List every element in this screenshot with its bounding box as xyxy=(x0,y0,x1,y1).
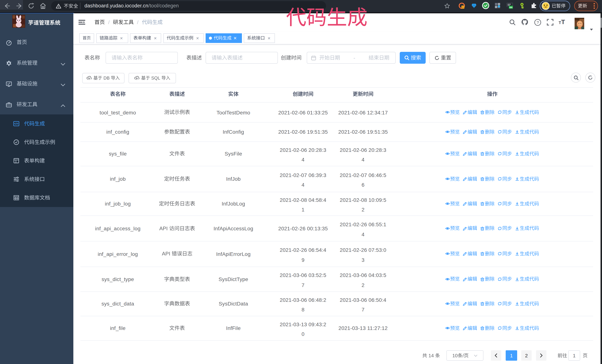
svg-text:?: ? xyxy=(537,20,539,25)
svg-text:on: on xyxy=(509,6,512,9)
svg-text:1: 1 xyxy=(462,6,464,9)
